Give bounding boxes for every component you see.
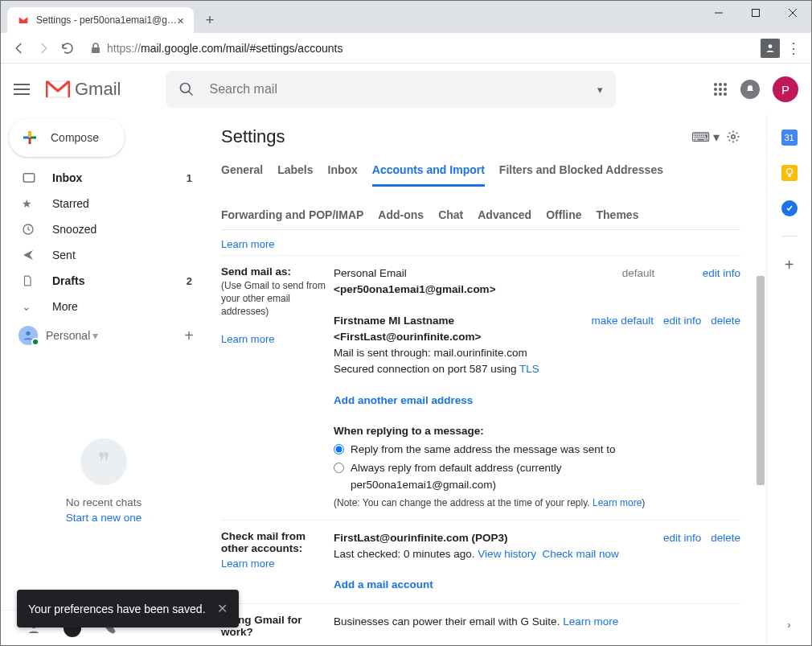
nav-drafts[interactable]: Drafts 2 — [1, 268, 207, 294]
settings-gear-icon[interactable] — [726, 130, 740, 144]
delete-pop-link[interactable]: delete — [711, 530, 740, 546]
check-mail-title-a: Check mail from — [221, 530, 334, 542]
gsuite-title-b: work? — [221, 626, 334, 638]
nav-sent[interactable]: Sent — [1, 242, 207, 268]
url-text: https://mail.google.com/mail/#settings/a… — [107, 42, 342, 55]
browser-toolbar: https://mail.google.com/mail/#settings/a… — [1, 33, 811, 64]
nav-more[interactable]: ⌄ More — [1, 294, 207, 319]
reply-same-label: Reply from the same address the message … — [351, 442, 615, 458]
browser-tab-strip: Settings - per50ona1emai1@gm... × + — [1, 1, 811, 33]
tab-title: Settings - per50ona1emai1@gm... — [36, 14, 177, 26]
chrome-menu-button[interactable]: ⋮ — [782, 39, 805, 57]
nav-back-button[interactable] — [7, 36, 31, 60]
vertical-scrollbar[interactable] — [755, 115, 766, 645]
tab-inbox[interactable]: Inbox — [328, 155, 358, 186]
svg-rect-33 — [788, 175, 790, 177]
edit-info-alt-link[interactable]: edit info — [663, 313, 701, 329]
tab-chat[interactable]: Chat — [438, 200, 463, 229]
add-another-email-link[interactable]: Add another email address — [334, 394, 473, 406]
google-apps-icon[interactable] — [713, 82, 728, 97]
nav-inbox[interactable]: Inbox 1 — [1, 165, 207, 191]
search-box[interactable]: ▾ — [166, 71, 616, 108]
svg-point-12 — [181, 84, 191, 93]
view-history-link[interactable]: View history — [478, 548, 536, 560]
add-mail-account-link[interactable]: Add a mail account — [334, 578, 433, 590]
window-maximize-button[interactable] — [737, 1, 774, 25]
account-avatar[interactable]: P — [773, 76, 798, 102]
make-default-link[interactable]: make default — [592, 313, 654, 329]
tab-addons[interactable]: Add-ons — [378, 200, 424, 229]
settings-title: Settings — [221, 126, 285, 147]
main-menu-icon[interactable] — [14, 83, 33, 96]
tab-themes[interactable]: Themes — [597, 200, 639, 229]
search-input[interactable] — [209, 82, 597, 97]
gmail-logo-text: Gmail — [75, 79, 121, 100]
edit-info-primary-link[interactable]: edit info — [703, 265, 740, 282]
keep-addon-icon[interactable] — [781, 165, 798, 181]
search-options-icon[interactable]: ▾ — [597, 84, 603, 96]
get-addons-button[interactable]: + — [785, 256, 794, 274]
tab-general[interactable]: General — [221, 155, 263, 186]
reply-title: When replying to a message: — [334, 423, 740, 439]
search-icon[interactable] — [178, 81, 195, 97]
gmail-logo-icon — [46, 80, 70, 98]
alt-route: Mail is sent through: mail.ourinfinite.c… — [334, 345, 592, 361]
new-tab-button[interactable]: + — [199, 9, 221, 31]
learn-more-top-link[interactable]: Learn more — [221, 238, 274, 250]
svg-rect-1 — [753, 10, 760, 17]
clock-icon — [22, 223, 38, 236]
window-minimize-button[interactable] — [700, 1, 737, 25]
svg-point-16 — [724, 83, 727, 86]
side-panel: 31 + › — [766, 115, 811, 645]
check-mail-now-link[interactable]: Check mail now — [542, 548, 618, 560]
svg-point-17 — [714, 88, 717, 91]
presence-dot-icon — [31, 338, 39, 346]
sidepanel-collapse-icon[interactable]: › — [787, 619, 790, 631]
new-conversation-button[interactable]: + — [184, 327, 194, 345]
svg-point-18 — [719, 88, 722, 91]
send-icon — [22, 249, 38, 261]
input-tools-icon[interactable]: ⌨ ▾ — [691, 130, 720, 145]
tab-forwarding[interactable]: Forwarding and POP/IMAP — [221, 200, 363, 229]
profile-chip-icon[interactable] — [758, 36, 782, 60]
tab-offline[interactable]: Offline — [546, 200, 581, 229]
gsuite-learn-more-link[interactable]: Learn more — [563, 615, 618, 627]
notifications-icon[interactable] — [740, 80, 760, 99]
tab-accounts-and-import[interactable]: Accounts and Import — [372, 155, 485, 187]
primary-address: <per50ona1emai1@gmail.com> — [334, 282, 622, 298]
compose-button[interactable]: Compose — [9, 118, 125, 157]
close-tab-icon[interactable]: × — [177, 14, 184, 27]
sidepanel-separator — [781, 236, 798, 237]
lock-icon — [91, 43, 100, 54]
window-close-button[interactable] — [774, 1, 811, 25]
browser-tab[interactable]: Settings - per50ona1emai1@gm... × — [7, 7, 194, 33]
reply-default-radio[interactable] — [334, 463, 344, 473]
learn-more-checkmail-link[interactable]: Learn more — [221, 558, 274, 570]
start-new-chat-link[interactable]: Start a new one — [66, 512, 142, 524]
svg-rect-27 — [23, 174, 35, 183]
nav-forward-button — [31, 36, 55, 60]
tls-link[interactable]: TLS — [519, 363, 539, 375]
calendar-addon-icon[interactable]: 31 — [781, 130, 798, 146]
delete-alt-link[interactable]: delete — [711, 313, 740, 329]
nav-snoozed[interactable]: Snoozed — [1, 216, 207, 242]
reply-same-radio[interactable] — [334, 444, 344, 455]
tab-filters[interactable]: Filters and Blocked Addresses — [499, 155, 663, 186]
gmail-header: Gmail ▾ P — [1, 64, 811, 115]
reply-note-learn-more-link[interactable]: Learn more — [593, 497, 642, 508]
toast-close-button[interactable]: ✕ — [217, 601, 228, 616]
user-avatar-icon — [18, 326, 38, 345]
svg-point-20 — [714, 93, 717, 96]
tab-labels[interactable]: Labels — [277, 155, 313, 186]
edit-info-pop-link[interactable]: edit info — [663, 530, 701, 546]
chevron-down-icon: ⌄ — [22, 300, 38, 313]
tasks-addon-icon[interactable] — [781, 200, 798, 216]
nav-starred[interactable]: ★ Starred — [1, 191, 207, 216]
nav-reload-button[interactable] — [55, 36, 80, 60]
learn-more-sendas-link[interactable]: Learn more — [221, 333, 274, 345]
tab-advanced[interactable]: Advanced — [478, 200, 531, 229]
svg-point-5 — [769, 44, 773, 48]
address-bar[interactable]: https://mail.google.com/mail/#settings/a… — [86, 37, 752, 60]
hangouts-account-selector[interactable]: Personal ▾ + — [1, 319, 207, 352]
gmail-logo[interactable]: Gmail — [46, 79, 121, 100]
